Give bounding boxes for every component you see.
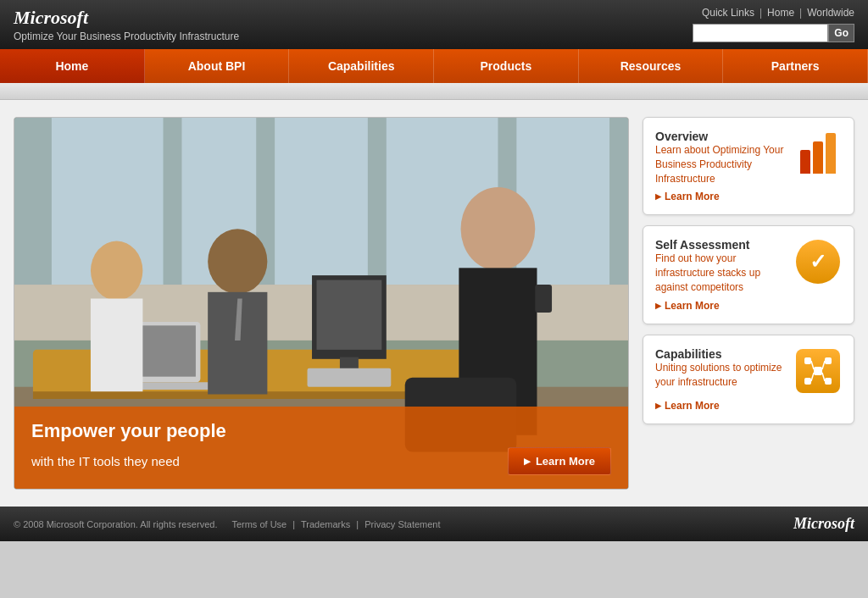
privacy-link[interactable]: Privacy Statement bbox=[364, 519, 440, 529]
svg-point-16 bbox=[208, 229, 267, 294]
bar-chart-icon bbox=[800, 133, 836, 174]
svg-point-19 bbox=[461, 187, 536, 271]
overview-desc: Learn about Optimizing Your Business Pro… bbox=[655, 143, 787, 185]
main-nav: Home About BPI Capabilities Products Res… bbox=[0, 49, 868, 83]
svg-point-14 bbox=[91, 241, 142, 301]
network-icon bbox=[796, 349, 840, 393]
svg-rect-6 bbox=[516, 118, 609, 285]
svg-line-32 bbox=[811, 361, 814, 369]
capabilities-title: Capabilities bbox=[655, 347, 787, 361]
bar2 bbox=[813, 141, 823, 174]
search-button[interactable]: Go bbox=[828, 24, 854, 42]
footer: © 2008 Microsoft Corporation. All rights… bbox=[0, 507, 868, 541]
nav-products[interactable]: Products bbox=[434, 49, 579, 83]
svg-rect-25 bbox=[535, 285, 552, 313]
nav-home[interactable]: Home bbox=[0, 49, 145, 83]
svg-rect-31 bbox=[825, 378, 832, 385]
svg-rect-4 bbox=[275, 118, 368, 285]
terms-link[interactable]: Terms of Use bbox=[231, 519, 287, 529]
self-assessment-icon: ✓ bbox=[794, 238, 842, 285]
overview-icon bbox=[794, 130, 842, 177]
bar1 bbox=[800, 150, 810, 174]
trademarks-link[interactable]: Trademarks bbox=[301, 519, 350, 529]
sidebar: Overview Learn about Optimizing Your Bus… bbox=[643, 117, 854, 490]
search-input[interactable] bbox=[693, 24, 828, 42]
capabilities-icon bbox=[794, 347, 842, 395]
search-bar: Go bbox=[693, 24, 854, 42]
self-assessment-desc: Find out how your infrastructure stacks … bbox=[655, 252, 787, 294]
svg-line-33 bbox=[822, 361, 825, 369]
self-assessment-text-col: Self Assessment Find out how your infras… bbox=[655, 238, 787, 294]
hero-subline-text: with the IT tools they need bbox=[31, 454, 180, 468]
hero-overlay: Empower your people with the IT tools th… bbox=[14, 407, 628, 489]
nav-resources[interactable]: Resources bbox=[579, 49, 724, 83]
header-links: Quick Links | Home | Worldwide bbox=[702, 7, 854, 19]
overview-card: Overview Learn about Optimizing Your Bus… bbox=[643, 117, 854, 215]
hero-section: Empower your people with the IT tools th… bbox=[14, 117, 629, 490]
sep4: | bbox=[356, 519, 359, 529]
nav-partners[interactable]: Partners bbox=[723, 49, 868, 83]
main-content: Empower your people with the IT tools th… bbox=[0, 100, 868, 507]
subheader-stripe bbox=[0, 83, 868, 100]
svg-rect-28 bbox=[804, 357, 811, 364]
overview-title: Overview bbox=[655, 130, 787, 143]
svg-rect-24 bbox=[308, 368, 392, 387]
sep1: | bbox=[760, 7, 762, 19]
overview-text-col: Overview Learn about Optimizing Your Bus… bbox=[655, 130, 787, 185]
header-branding: Microsoft Optimize Your Business Product… bbox=[14, 7, 239, 42]
self-assessment-title: Self Assessment bbox=[655, 238, 787, 252]
footer-logo: Microsoft bbox=[793, 515, 854, 533]
svg-line-34 bbox=[811, 373, 814, 381]
home-link[interactable]: Home bbox=[767, 7, 794, 19]
self-assessment-card-row: Self Assessment Find out how your infras… bbox=[655, 238, 842, 294]
svg-rect-15 bbox=[91, 299, 142, 392]
hero-headline: Empower your people bbox=[31, 420, 611, 442]
nav-capabilities[interactable]: Capabilities bbox=[289, 49, 434, 83]
hero-learn-more-button[interactable]: Learn More bbox=[508, 447, 611, 475]
hero-subline: with the IT tools they need Learn More bbox=[31, 447, 611, 475]
header-right: Quick Links | Home | Worldwide Go bbox=[693, 7, 854, 42]
header: Microsoft Optimize Your Business Product… bbox=[0, 0, 868, 49]
quick-links-link[interactable]: Quick Links bbox=[702, 7, 754, 19]
self-assessment-card: Self Assessment Find out how your infras… bbox=[643, 225, 854, 324]
overview-card-row: Overview Learn about Optimizing Your Bus… bbox=[655, 130, 842, 185]
svg-rect-29 bbox=[825, 357, 832, 364]
copyright-text: © 2008 Microsoft Corporation. All rights… bbox=[14, 519, 217, 529]
capabilities-text-col: Capabilities Uniting solutions to optimi… bbox=[655, 347, 787, 390]
overview-learn-more-link[interactable]: Learn More bbox=[655, 191, 842, 202]
worldwide-link[interactable]: Worldwide bbox=[807, 7, 854, 19]
bar3 bbox=[826, 133, 836, 174]
svg-rect-27 bbox=[814, 367, 822, 375]
nav-about-bpi[interactable]: About BPI bbox=[145, 49, 290, 83]
capabilities-card-row: Capabilities Uniting solutions to optimi… bbox=[655, 347, 842, 395]
capabilities-card: Capabilities Uniting solutions to optimi… bbox=[643, 335, 854, 424]
capabilities-desc: Uniting solutions to optimize your infra… bbox=[655, 361, 787, 390]
logo: Microsoft bbox=[14, 7, 239, 29]
footer-left: © 2008 Microsoft Corporation. All rights… bbox=[14, 519, 441, 529]
network-svg bbox=[803, 356, 833, 386]
sep2: | bbox=[799, 7, 802, 19]
checkmark-icon: ✓ bbox=[796, 240, 840, 284]
svg-line-35 bbox=[822, 373, 825, 381]
svg-rect-22 bbox=[317, 280, 382, 350]
capabilities-learn-more-link[interactable]: Learn More bbox=[655, 400, 842, 412]
svg-rect-30 bbox=[804, 378, 811, 385]
tagline: Optimize Your Business Productivity Infr… bbox=[14, 30, 239, 42]
sep3: | bbox=[292, 519, 295, 529]
self-assessment-learn-more-link[interactable]: Learn More bbox=[655, 300, 842, 312]
